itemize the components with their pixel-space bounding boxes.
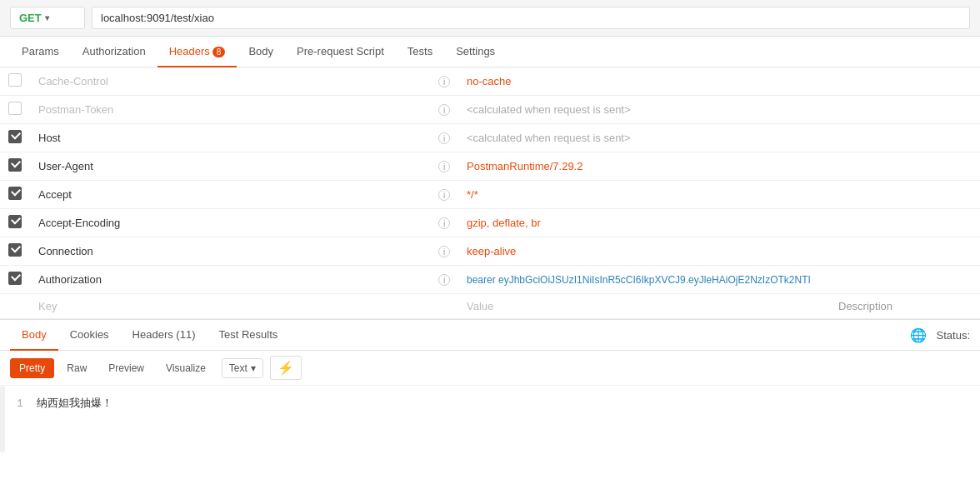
- header-desc-6: [830, 237, 980, 266]
- header-desc-0: [830, 67, 980, 96]
- header-desc-2: [830, 124, 980, 152]
- info-icon-6[interactable]: i: [438, 246, 450, 257]
- header-desc-7: [830, 266, 980, 294]
- status-label: Status:: [937, 329, 970, 342]
- resp-tab-headers[interactable]: Headers (11): [121, 320, 208, 351]
- header-checkbox-0[interactable]: [8, 73, 22, 87]
- table-row: Authorizationibearer eyJhbGciOiJSUzI1NiI…: [0, 266, 980, 294]
- header-desc-3: [830, 152, 980, 181]
- tab-body[interactable]: Body: [237, 37, 285, 67]
- header-value-1: <calculated when request is sent>: [458, 96, 830, 124]
- header-key-2: Host: [30, 124, 430, 152]
- value-placeholder: Value: [467, 300, 493, 312]
- header-key-4: Accept: [30, 181, 430, 209]
- headers-new-row: Key Value Description: [0, 294, 980, 319]
- format-preview[interactable]: Preview: [99, 358, 153, 378]
- tab-params[interactable]: Params: [10, 37, 71, 67]
- header-desc-1: [830, 96, 980, 124]
- header-checkbox-2[interactable]: [8, 130, 22, 143]
- header-value-3: PostmanRuntime/7.29.2: [458, 152, 830, 181]
- header-desc-4: [830, 181, 980, 209]
- resp-tab-testresults[interactable]: Test Results: [207, 320, 289, 351]
- info-icon-4[interactable]: i: [438, 189, 450, 201]
- response-text: 纳西妲我抽爆！: [37, 397, 112, 410]
- table-row: Cache-Controlino-cache: [0, 67, 980, 96]
- table-row: Hosti<calculated when request is sent>: [0, 124, 980, 152]
- body-toolbar: Pretty Raw Preview Visualize Text ▾ ⚡: [0, 351, 980, 386]
- info-icon-5[interactable]: i: [438, 217, 450, 229]
- response-content-area: 1纳西妲我抽爆！: [0, 386, 980, 452]
- header-key-0: Cache-Control: [30, 67, 430, 96]
- left-scrollbar[interactable]: [0, 386, 5, 452]
- table-row: Connectionikeep-alive: [0, 237, 980, 266]
- method-label: GET: [19, 12, 42, 24]
- header-key-1: Postman-Token: [30, 96, 430, 124]
- tab-authorization[interactable]: Authorization: [71, 37, 158, 67]
- header-checkbox-3[interactable]: [8, 158, 22, 172]
- header-checkbox-6[interactable]: [8, 243, 22, 257]
- header-checkbox-7[interactable]: [8, 272, 22, 285]
- resp-tab-body[interactable]: Body: [10, 320, 58, 351]
- header-value-4: */*: [458, 181, 830, 209]
- header-key-5: Accept-Encoding: [30, 209, 430, 237]
- header-value-7: bearer eyJhbGciOiJSUzI1NiIsInR5cCI6IkpXV…: [458, 266, 830, 294]
- tab-headers[interactable]: Headers8: [158, 37, 238, 67]
- info-icon-2[interactable]: i: [438, 132, 450, 144]
- text-type-select[interactable]: Text ▾: [222, 358, 263, 378]
- headers-table: Cache-Controlino-cachePostman-Tokeni<cal…: [0, 67, 980, 319]
- header-desc-5: [830, 209, 980, 237]
- header-checkbox-5[interactable]: [8, 215, 22, 228]
- beautify-icon: ⚡: [278, 361, 294, 375]
- header-checkbox-4[interactable]: [8, 187, 22, 200]
- response-tabs: Body Cookies Headers (11) Test Results 🌐…: [0, 320, 980, 351]
- format-visualize[interactable]: Visualize: [157, 358, 215, 378]
- table-row: Accepti*/*: [0, 181, 980, 209]
- format-pretty[interactable]: Pretty: [10, 358, 54, 378]
- format-raw[interactable]: Raw: [58, 358, 96, 378]
- method-chevron: ▾: [45, 13, 49, 22]
- header-key-6: Connection: [30, 237, 430, 266]
- line-number: 1: [17, 397, 23, 410]
- tab-tests[interactable]: Tests: [396, 37, 444, 67]
- request-tabs: Params Authorization Headers8 Body Pre-r…: [0, 37, 980, 67]
- header-value-5: gzip, deflate, br: [458, 209, 830, 237]
- header-value-6: keep-alive: [458, 237, 830, 266]
- url-input[interactable]: [92, 7, 970, 29]
- header-value-2: <calculated when request is sent>: [458, 124, 830, 152]
- key-placeholder: Key: [38, 300, 57, 312]
- table-row: Accept-Encodingigzip, deflate, br: [0, 209, 980, 237]
- resp-tab-cookies[interactable]: Cookies: [58, 320, 121, 351]
- header-key-3: User-Agent: [30, 152, 430, 181]
- info-icon-3[interactable]: i: [438, 161, 450, 172]
- response-section: Body Cookies Headers (11) Test Results 🌐…: [0, 319, 980, 452]
- header-key-7: Authorization: [30, 266, 430, 294]
- header-value-0: no-cache: [458, 67, 830, 96]
- globe-icon: 🌐: [910, 327, 927, 343]
- info-icon-0[interactable]: i: [438, 76, 450, 87]
- header-checkbox-1[interactable]: [8, 102, 22, 115]
- method-select[interactable]: GET ▾: [10, 7, 85, 29]
- table-row: User-AgentiPostmanRuntime/7.29.2: [0, 152, 980, 181]
- response-status-area: 🌐 Status:: [910, 327, 970, 343]
- tab-settings[interactable]: Settings: [444, 37, 507, 67]
- table-row: Postman-Tokeni<calculated when request i…: [0, 96, 980, 124]
- beautify-button[interactable]: ⚡: [270, 356, 302, 380]
- desc-placeholder: Description: [838, 300, 892, 312]
- tab-prerequest[interactable]: Pre-request Script: [285, 37, 396, 67]
- url-bar: GET ▾: [0, 0, 980, 37]
- info-icon-7[interactable]: i: [438, 274, 450, 286]
- response-body: 1纳西妲我抽爆！: [0, 386, 980, 452]
- info-icon-1[interactable]: i: [438, 104, 450, 116]
